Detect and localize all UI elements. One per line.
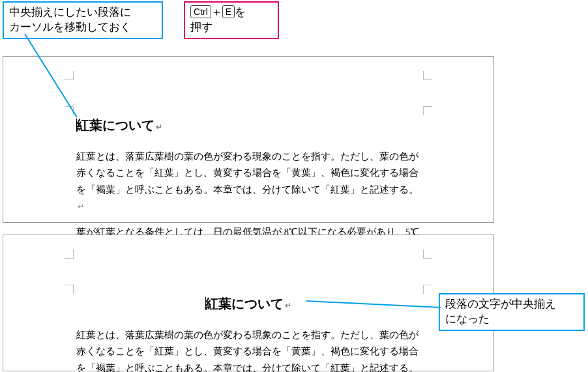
- crop-mark: [65, 106, 74, 115]
- instruction-keys-suffix2: 押す: [190, 21, 213, 33]
- paragraph-mark-icon: [154, 118, 162, 132]
- instruction-keys-suffix1: を: [235, 6, 246, 18]
- ctrl-key: Ctrl: [190, 5, 211, 18]
- doc-title-after: 紅葉について: [76, 295, 420, 313]
- doc-title-before: 紅葉について: [76, 117, 420, 134]
- instruction-move-cursor: 中央揃えにしたい段落に カーソルを移動しておく: [3, 1, 163, 39]
- crop-mark: [65, 250, 74, 259]
- crop-mark: [423, 285, 432, 294]
- doc-title-text-before: 紅葉について: [76, 118, 154, 132]
- key-plus: ＋: [211, 6, 222, 18]
- crop-mark: [423, 71, 432, 80]
- doc-body-before: 紅葉とは、落葉広葉樹の葉の色が変わる現象のことを指す。ただし、葉の色が赤くなるこ…: [76, 149, 420, 240]
- paragraph-mark-icon: [76, 201, 84, 211]
- doc-body-after: 紅葉とは、落葉広葉樹の葉の色が変わる現象のことを指す。ただし、葉の色が赤くなるこ…: [76, 327, 420, 372]
- crop-mark: [423, 250, 432, 259]
- result-centered: 段落の文字が中央揃え になった: [439, 293, 585, 331]
- document-after-sheet: 紅葉について 紅葉とは、落葉広葉樹の葉の色が変わる現象のことを指す。ただし、葉の…: [62, 235, 435, 371]
- crop-mark: [65, 71, 74, 80]
- instruction-move-cursor-text: 中央揃えにしたい段落に カーソルを移動しておく: [9, 6, 131, 33]
- document-after: 紅葉について 紅葉とは、落葉広葉樹の葉の色が変わる現象のことを指す。ただし、葉の…: [3, 235, 494, 371]
- doc-body-p1-after: 紅葉とは、落葉広葉樹の葉の色が変わる現象のことを指す。ただし、葉の色が赤くなるこ…: [76, 330, 419, 372]
- doc-title-text-after: 紅葉について: [205, 296, 284, 311]
- paragraph-mark-icon: [284, 296, 291, 311]
- instruction-press-keys: Ctrl＋Eを 押す: [184, 1, 279, 39]
- doc-body-p1-before: 紅葉とは、落葉広葉樹の葉の色が変わる現象のことを指す。ただし、葉の色が赤くなるこ…: [76, 151, 419, 195]
- result-centered-text: 段落の文字が中央揃え になった: [445, 298, 556, 325]
- document-before: 紅葉について 紅葉とは、落葉広葉樹の葉の色が変わる現象のことを指す。ただし、葉の…: [3, 56, 494, 223]
- document-before-sheet: 紅葉について 紅葉とは、落葉広葉樹の葉の色が変わる現象のことを指す。ただし、葉の…: [62, 57, 435, 222]
- e-key: E: [222, 5, 235, 18]
- crop-mark: [423, 106, 432, 115]
- crop-mark: [65, 285, 74, 294]
